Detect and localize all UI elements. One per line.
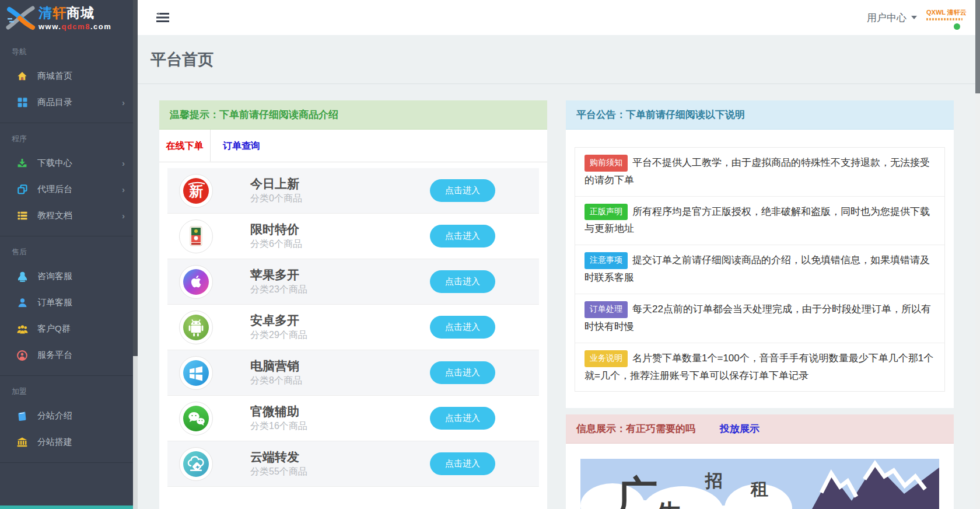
announcement-header: 平台公告：下单前请仔细阅读以下说明 xyxy=(566,100,954,130)
sidebar-item-label: 下载中心 xyxy=(37,158,72,169)
book-icon xyxy=(16,411,28,421)
enter-category-button[interactable]: 点击进入 xyxy=(430,270,495,293)
ad-header-text: 信息展示：有正巧需要的吗 xyxy=(576,414,695,444)
user-center-menu[interactable]: 用户中心 xyxy=(867,11,917,25)
notice-tag: 正版声明 xyxy=(584,204,628,221)
chevron-right-icon: › xyxy=(122,184,125,194)
category-text: 电脑营销分类8个商品 xyxy=(250,358,302,387)
category-row: 电脑营销分类8个商品点击进入 xyxy=(167,350,539,396)
chevron-down-icon xyxy=(911,16,917,19)
nav-section: 加盟分站介绍分站搭建 xyxy=(0,376,138,463)
sidebar-scrollbar[interactable] xyxy=(133,0,138,509)
category-row: 安卓多开分类29个商品点击进入 xyxy=(167,305,539,350)
brand-title: 清轩商城 xyxy=(38,6,111,20)
ad-char-gao: 告 xyxy=(656,500,683,509)
category-list: 新今日上新分类0个商品点击进入限时特价分类6个商品点击进入苹果多开分类23个商品… xyxy=(159,162,547,509)
doc-list-icon xyxy=(16,211,28,221)
page-title: 平台首页 xyxy=(150,49,214,70)
category-name: 云端转发 xyxy=(250,449,307,464)
sidebar-item-label: 商品目录 xyxy=(37,97,72,108)
sale-poster-icon xyxy=(179,219,213,253)
app-window: 清轩商城 www.qdcm8.com 导航商城首页商品目录›程序下载中心›代理后… xyxy=(0,0,980,509)
tab-order-query[interactable]: 订单查询 xyxy=(211,130,272,162)
category-row: 限时特价分类6个商品点击进入 xyxy=(167,214,539,259)
notice-text: 名片赞下单数量1个=100个，音音手手有说明数量最少下单几个那1个就=几个，推荐… xyxy=(584,353,933,381)
chevron-right-icon: › xyxy=(122,158,125,168)
category-name: 官微辅助 xyxy=(250,404,307,419)
category-text: 云端转发分类55个商品 xyxy=(250,449,307,478)
wechat-icon xyxy=(179,402,213,435)
ad-panel: 信息展示：有正巧需要的吗 投放展示 广 告 招 租 xyxy=(566,414,954,509)
service-circle-icon xyxy=(16,350,28,361)
grid-icon xyxy=(16,97,28,108)
category-name: 今日上新 xyxy=(250,176,302,191)
nav-section: 售后咨询客服订单客服客户Q群服务平台 xyxy=(0,236,138,376)
sidebar-item-home[interactable]: 商城首页 xyxy=(0,63,138,89)
nav-section-label: 加盟 xyxy=(0,376,138,403)
category-count: 分类0个商品 xyxy=(250,193,302,205)
nav-section-label: 导航 xyxy=(0,36,138,63)
category-count: 分类29个商品 xyxy=(250,329,307,341)
sidebar: 清轩商城 www.qdcm8.com 导航商城首页商品目录›程序下载中心›代理后… xyxy=(0,0,138,509)
category-text: 苹果多开分类23个商品 xyxy=(250,267,307,296)
category-text: 安卓多开分类29个商品 xyxy=(250,313,307,341)
sidebar-item-download[interactable]: 下载中心› xyxy=(0,150,138,176)
order-panel-header: 温馨提示：下单前请仔细阅读商品介绍 xyxy=(159,100,547,130)
ad-char-zhao: 招 xyxy=(704,471,723,490)
sidebar-item-service-circle[interactable]: 服务平台 xyxy=(0,342,138,368)
mini-brand-text: QXWL 清轩云 xyxy=(926,8,963,17)
android-icon xyxy=(179,311,213,344)
notice-text: 每天22点前的订单都会当天处理完成，由于分时段处理订单，所以有时快有时慢 xyxy=(584,304,931,332)
qq-penguin-icon xyxy=(16,271,28,282)
category-count: 分类55个商品 xyxy=(250,466,307,478)
page-scrollbar[interactable] xyxy=(975,0,980,509)
order-panel: 温馨提示：下单前请仔细阅读商品介绍 在线下单 订单查询 新今日上新分类0个商品点… xyxy=(159,100,547,509)
category-row: 官微辅助分类16个商品点击进入 xyxy=(167,396,539,441)
category-row: 苹果多开分类23个商品点击进入 xyxy=(167,259,539,305)
sidebar-item-user[interactable]: 订单客服 xyxy=(0,290,138,316)
sidebar-item-book[interactable]: 分站介绍 xyxy=(0,403,138,429)
enter-category-button[interactable]: 点击进入 xyxy=(430,316,495,339)
category-count: 分类23个商品 xyxy=(250,284,307,296)
svg-text:新: 新 xyxy=(188,183,203,199)
sidebar-item-bank[interactable]: 分站搭建 xyxy=(0,429,138,455)
ad-panel-header: 信息展示：有正巧需要的吗 投放展示 xyxy=(566,414,954,444)
sidebar-item-label: 客户Q群 xyxy=(37,323,71,334)
category-count: 分类6个商品 xyxy=(250,238,302,250)
brand-logo[interactable]: 清轩商城 www.qdcm8.com xyxy=(0,0,138,36)
mini-brand-logo[interactable]: QXWL 清轩云 xyxy=(926,8,963,30)
notice-text: 提交订单之前请仔细阅读商品的介绍，以免填错信息，如果填错请及时联系客服 xyxy=(584,254,930,283)
ad-banner[interactable]: 广 告 招 租 xyxy=(580,459,939,509)
sidebar-toggle-icon[interactable] xyxy=(156,12,169,23)
announcement-panel: 平台公告：下单前请仔细阅读以下说明 购前须知平台不提供人工教学，由于虚拟商品的特… xyxy=(566,100,954,408)
enter-category-button[interactable]: 点击进入 xyxy=(430,452,495,475)
chevron-right-icon: › xyxy=(122,211,125,221)
notice-tag: 业务说明 xyxy=(584,350,628,367)
enter-category-button[interactable]: 点击进入 xyxy=(430,179,495,202)
category-name: 苹果多开 xyxy=(250,267,307,282)
new-badge-icon: 新 xyxy=(179,174,213,208)
sidebar-item-label: 教程文档 xyxy=(37,210,72,221)
notice-tag: 购前须知 xyxy=(584,155,628,172)
sidebar-item-grid[interactable]: 商品目录› xyxy=(0,89,138,116)
sidebar-item-users-group[interactable]: 客户Q群 xyxy=(0,316,138,342)
sidebar-item-agent-windows[interactable]: 代理后台› xyxy=(0,176,138,203)
ad-char-guang: 广 xyxy=(616,473,657,509)
notice-item: 订单处理每天22点前的订单都会当天处理完成，由于分时段处理订单，所以有时快有时慢 xyxy=(575,294,944,343)
sidebar-bottom-accent xyxy=(0,505,133,509)
enter-category-button[interactable]: 点击进入 xyxy=(430,361,495,384)
bank-icon xyxy=(16,437,28,448)
sidebar-item-doc-list[interactable]: 教程文档› xyxy=(0,203,138,229)
enter-category-button[interactable]: 点击进入 xyxy=(430,407,495,430)
sidebar-item-label: 商城首页 xyxy=(37,71,72,82)
sidebar-item-qq-penguin[interactable]: 咨询客服 xyxy=(0,263,138,290)
nav-section: 程序下载中心›代理后台›教程文档› xyxy=(0,123,138,236)
tab-online-order[interactable]: 在线下单 xyxy=(159,130,211,162)
ad-placement-link[interactable]: 投放展示 xyxy=(720,414,760,444)
category-row: 新今日上新分类0个商品点击进入 xyxy=(167,168,539,214)
brand-swoosh-icon xyxy=(6,5,36,31)
windows-icon xyxy=(179,356,213,390)
enter-category-button[interactable]: 点击进入 xyxy=(430,225,495,247)
notice-item: 正版声明所有程序均是官方正版授权，绝非破解和盗版，同时也为您提供下载与更新地址 xyxy=(575,197,944,246)
notice-item: 注意事项提交订单之前请仔细阅读商品的介绍，以免填错信息，如果填错请及时联系客服 xyxy=(575,245,944,294)
